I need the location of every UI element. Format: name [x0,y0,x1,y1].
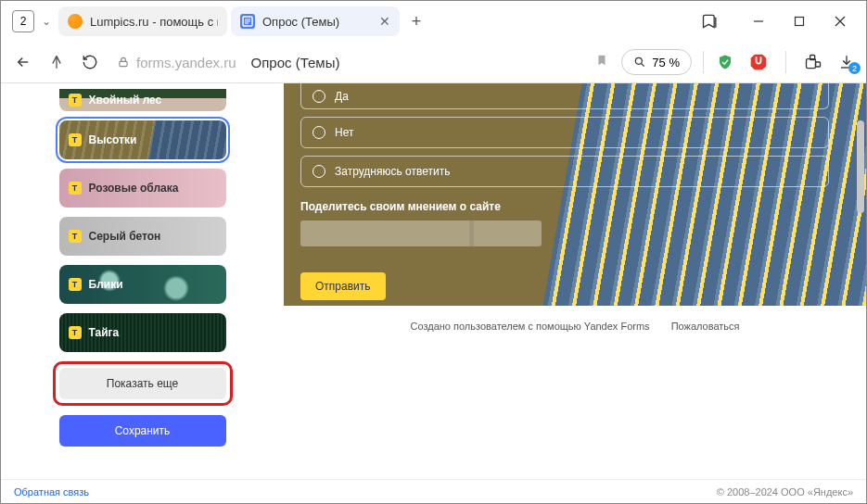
toolbar-divider [785,51,786,73]
minimize-button[interactable] [738,6,779,36]
form-preview: Да Нет Затрудняюсь ответить Поделитесь с… [284,83,866,479]
svg-rect-2 [796,18,804,26]
theme-label: Розовые облака [89,182,179,195]
tab-label: Опрос (Темы) [262,15,370,29]
radio-icon [312,90,325,103]
theme-label: Хвойный лес [89,94,162,107]
magnifier-icon [633,56,646,69]
radio-option-yes[interactable]: Да [300,83,829,109]
radio-option-hard-to-answer[interactable]: Затрудняюсь ответить [300,156,829,187]
tab-forms-active[interactable]: Опрос (Темы) ✕ [231,6,400,36]
radio-label: Нет [335,126,353,139]
copyright-text: © 2008–2024 ООО «Яндекс» [717,486,853,498]
radio-label: Затрудняюсь ответить [335,165,450,178]
page-content: T Хвойный лес T Высотки T Розовые облака… [1,82,866,479]
theme-t-badge: T [69,278,82,291]
downloads-icon[interactable]: 2 [836,52,857,72]
reload-button[interactable] [77,49,103,75]
opinion-label: Поделитесь своим мнением о сайте [300,200,829,213]
svg-rect-5 [120,61,127,66]
report-link[interactable]: Пожаловаться [671,321,740,332]
zoom-indicator[interactable]: 75 % [621,49,692,75]
url-box[interactable]: forms.yandex.ru Опрос (Темы) [110,47,339,77]
preview-footer: Создано пользователем с помощью Yandex F… [284,321,866,332]
radio-label: Да [335,90,349,103]
theme-card-concrete[interactable]: T Серый бетон [59,217,226,256]
protect-shield-icon[interactable] [715,52,735,72]
theme-t-badge: T [69,94,82,107]
tab-dropdown-chevron[interactable]: ⌄ [42,15,51,28]
tab-label: Lumpics.ru - помощь с ко [90,15,218,29]
bookmark-flag-icon[interactable] [595,53,608,71]
theme-label: Тайга [89,326,120,339]
theme-card-taiga[interactable]: T Тайга [59,313,226,352]
back-button[interactable] [10,49,36,75]
save-button[interactable]: Сохранить [59,415,226,447]
tab-counter[interactable]: 2 [12,10,34,32]
theme-card-forest[interactable]: T Хвойный лес [59,89,226,111]
theme-card-pink-clouds[interactable]: T Розовые облака [59,169,226,208]
theme-t-badge: T [69,133,82,146]
close-window-button[interactable] [820,6,861,36]
theme-label: Блики [89,278,123,291]
tab-lumpics[interactable]: Lumpics.ru - помощь с ко [58,6,227,36]
opinion-input[interactable] [300,220,542,246]
yandex-forms-favicon [240,14,255,29]
zoom-value: 75 % [652,56,680,69]
themes-sidebar: T Хвойный лес T Высотки T Розовые облака… [1,83,284,479]
theme-t-badge: T [69,182,82,195]
url-host: forms.yandex.ru [136,55,236,70]
downloads-count-badge: 2 [848,62,861,74]
show-more-button[interactable]: Показать еще [59,368,226,399]
radio-option-no[interactable]: Нет [300,117,829,148]
page-footer: Обратная связь © 2008–2024 ООО «Яндекс» [1,479,866,503]
show-more-label: Показать еще [107,377,178,390]
yandex-home-button[interactable] [44,49,70,75]
theme-label: Высотки [89,133,137,146]
vertical-scrollbar[interactable] [857,120,864,213]
new-tab-button[interactable]: + [403,8,429,34]
created-with-link[interactable]: Создано пользователем с помощью Yandex F… [411,321,650,332]
adblock-icon[interactable] [748,52,769,72]
show-more-highlight: Показать еще [53,361,233,406]
svg-line-7 [642,64,644,67]
theme-card-glare[interactable]: T Блики [59,265,226,304]
close-tab-icon[interactable]: ✕ [379,14,390,29]
maximize-button[interactable] [779,6,820,36]
lock-icon [114,56,133,69]
radio-icon [312,126,325,139]
bookmarks-bar-icon[interactable] [701,12,720,31]
svg-rect-11 [816,62,821,67]
save-label: Сохранить [115,424,171,437]
radio-icon [312,165,325,178]
lumpics-favicon [68,14,83,29]
theme-t-badge: T [69,326,82,339]
window-titlebar: 2 ⌄ Lumpics.ru - помощь с ко Опрос (Темы… [1,1,866,42]
theme-label: Серый бетон [89,230,161,243]
svg-marker-8 [751,55,767,70]
svg-point-6 [636,57,643,64]
feedback-link[interactable]: Обратная связь [14,486,89,498]
extensions-icon[interactable] [803,52,823,72]
page-title: Опрос (Темы) [251,55,340,70]
theme-card-heights[interactable]: T Высотки [59,120,226,159]
submit-button[interactable]: Отправить [300,272,386,300]
address-bar: forms.yandex.ru Опрос (Темы) 75 % 2 [1,42,866,82]
theme-t-badge: T [69,230,82,243]
toolbar-divider [703,51,704,73]
